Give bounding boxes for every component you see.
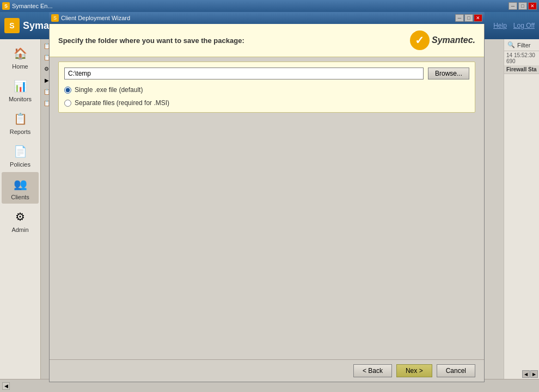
symantec-checkmark-icon: ✓ [410, 39, 430, 50]
app-titlebar: S Symantec En... ─ □ ✕ [0, 0, 539, 12]
main-content: 🏠 Home 📊 Monitors 📋 Reports 📄 Policies 👥… [0, 39, 539, 379]
app-titlebar-icon: S [2, 2, 10, 10]
sidebar-monitors-label: Monitors [9, 96, 32, 102]
app-close-button[interactable]: ✕ [528, 2, 537, 10]
home-icon: 🏠 [11, 45, 29, 62]
dialog-footer: < Back Nex > Cancel [53, 359, 484, 379]
sidebar-admin-label: Admin [11, 226, 28, 233]
help-link[interactable]: Help [493, 22, 507, 29]
filter-icon: 🔍 [507, 41, 515, 48]
sidebar-item-clients[interactable]: 👥 Clients [2, 172, 39, 204]
collapse-left-button[interactable]: ◀ [2, 382, 10, 390]
folder-input[interactable] [64, 68, 424, 79]
sidebar-item-policies[interactable]: 📄 Policies [2, 139, 39, 171]
app-titlebar-controls: ─ □ ✕ [509, 2, 537, 10]
radio-single[interactable] [64, 87, 71, 94]
sidebar-reports-label: Reports [10, 128, 31, 135]
app-window: S Symantec En... ─ □ ✕ S Syman... Help L… [0, 0, 539, 392]
radio-group: Single .exe file (default) Separate file… [64, 86, 469, 107]
radio-separate-label: Separate files (required for .MSI) [75, 99, 169, 107]
clients-icon: 👥 [11, 175, 29, 193]
filter-button[interactable]: 🔍 Filter [504, 39, 539, 51]
content-panel: S Client Deployment Wizard ─ □ ✕ Specify… [53, 39, 504, 379]
symantec-logo: ✓ Symantec. [410, 39, 475, 50]
app-maximize-button[interactable]: □ [518, 2, 527, 10]
scroll-left-button[interactable]: ◀ [522, 370, 530, 378]
app-minimize-button[interactable]: ─ [509, 2, 517, 10]
symantec-name: Symantec. [432, 39, 475, 45]
scroll-right-button[interactable]: ▶ [530, 370, 538, 378]
app-header-right: Help Log Off [493, 22, 535, 29]
radio-option-single[interactable]: Single .exe file (default) [64, 86, 469, 94]
sidebar-clients-label: Clients [11, 194, 29, 200]
reports-icon: 📋 [11, 110, 29, 127]
monitors-icon: 📊 [11, 77, 29, 95]
logo-icon: S [4, 18, 20, 33]
back-button[interactable]: < Back [353, 364, 392, 377]
filter-label: Filter [517, 42, 530, 48]
folder-row: Browse... [64, 68, 469, 79]
radio-single-label: Single .exe file (default) [75, 86, 143, 94]
sidebar-policies-label: Policies [10, 161, 30, 168]
firewall-status-label: Firewall Sta [504, 65, 539, 74]
right-panel: 🔍 Filter 14 15:52:30 690 Firewall Sta ◀ … [504, 39, 539, 379]
app-titlebar-title: Symantec En... [12, 3, 509, 9]
sidebar: 🏠 Home 📊 Monitors 📋 Reports 📄 Policies 👥… [0, 39, 41, 379]
admin-icon: ⚙ [11, 208, 29, 225]
sidebar-item-reports[interactable]: 📋 Reports [2, 107, 39, 138]
cancel-button[interactable]: Cancel [437, 364, 475, 377]
policies-icon: 📄 [11, 143, 29, 160]
dialog-body: Specify the folder where you want to sav… [53, 39, 485, 379]
instruction-text: Specify the folder where you want to sav… [58, 39, 244, 45]
instruction-area: Specify the folder where you want to sav… [53, 39, 484, 57]
browse-button[interactable]: Browse... [428, 68, 469, 79]
radio-option-separate[interactable]: Separate files (required for .MSI) [64, 99, 469, 107]
radio-separate[interactable] [64, 100, 71, 107]
timestamp: 14 15:52:30 690 [504, 51, 539, 65]
sidebar-item-admin[interactable]: ⚙ Admin [2, 205, 39, 236]
sidebar-item-monitors[interactable]: 📊 Monitors [2, 74, 39, 106]
dialog-overlay: S Client Deployment Wizard ─ □ ✕ Specify… [53, 39, 485, 379]
next-button[interactable]: Nex > [396, 364, 432, 377]
sidebar-home-label: Home [12, 63, 28, 70]
logoff-link[interactable]: Log Off [513, 22, 535, 29]
yellow-content: Browse... Single .exe file (default) Sep… [58, 62, 475, 113]
scroll-controls: ◀ ▶ [504, 369, 539, 379]
sidebar-item-home[interactable]: 🏠 Home [2, 41, 39, 73]
